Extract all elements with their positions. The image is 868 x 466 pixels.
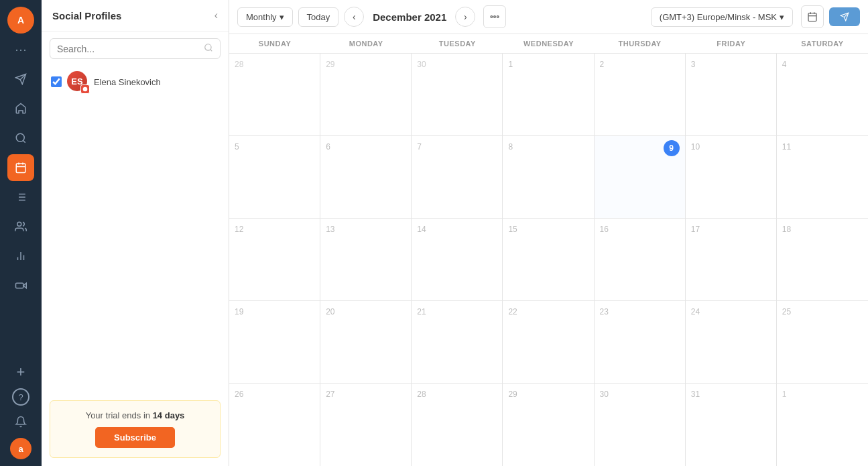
profiles-title: Social Profiles (52, 10, 121, 21)
cal-cell-dec5[interactable]: 5 (229, 136, 320, 218)
cal-cell-dec13[interactable]: 13 (320, 219, 412, 300)
sidebar: A ⋯ + ? a (0, 0, 42, 466)
cal-cell-dec4[interactable]: 4 (777, 54, 868, 135)
search-input[interactable] (57, 44, 204, 54)
svg-rect-4 (16, 164, 25, 173)
prev-month-button[interactable]: ‹ (344, 7, 364, 27)
today-badge: 9 (664, 140, 680, 156)
svg-point-25 (497, 16, 499, 18)
trial-banner: Your trial ends in 14 days Subscribe (50, 400, 221, 458)
svg-line-21 (210, 50, 212, 52)
sidebar-add[interactable]: + (7, 359, 34, 386)
sidebar-analytics[interactable] (7, 243, 34, 270)
cal-cell-dec9[interactable]: 9 (595, 136, 686, 218)
calendar-header-row: SUNDAY MONDAY TUESDAY WEDNESDAY THURSDAY… (229, 34, 868, 54)
compose-button[interactable] (829, 7, 860, 26)
day-header-tuesday: TUESDAY (412, 34, 503, 53)
calendar-week-5: 26 27 28 29 30 31 1 (229, 384, 868, 466)
calendar-toolbar: Monthly ▾ Today ‹ December 2021 › (GMT+3… (229, 0, 868, 34)
cal-cell-dec2[interactable]: 2 (595, 54, 686, 135)
profile-item[interactable]: ES Elena Sinekovich (42, 66, 229, 98)
next-month-button[interactable]: › (455, 7, 475, 27)
cal-cell-dec6[interactable]: 6 (320, 136, 412, 218)
cal-cell-dec20[interactable]: 20 (320, 301, 412, 383)
sidebar-bell[interactable] (7, 408, 34, 435)
calendar-link-button[interactable] (801, 5, 824, 28)
calendar-main: Monthly ▾ Today ‹ December 2021 › (GMT+3… (229, 0, 868, 466)
profile-checkbox[interactable] (51, 76, 62, 87)
cal-cell-dec15[interactable]: 15 (503, 219, 594, 300)
cal-cell-dec25[interactable]: 25 (777, 301, 868, 383)
svg-point-2 (16, 133, 24, 141)
cal-cell-dec12[interactable]: 12 (229, 219, 320, 300)
cal-cell-dec16[interactable]: 16 (595, 219, 686, 300)
day-header-saturday: SATURDAY (777, 34, 868, 53)
calendar-grid: SUNDAY MONDAY TUESDAY WEDNESDAY THURSDAY… (229, 34, 868, 466)
avatar-label: A (17, 15, 24, 25)
cal-cell-dec23[interactable]: 23 (595, 301, 686, 383)
sidebar-help[interactable]: ? (12, 388, 29, 406)
cal-cell-dec24[interactable]: 24 (686, 301, 777, 383)
svg-line-3 (23, 140, 25, 142)
calendar-week-2: 5 6 7 8 9 10 11 (229, 136, 868, 219)
sidebar-calendar[interactable] (7, 154, 34, 181)
svg-point-22 (83, 87, 88, 92)
cal-cell-dec26[interactable]: 26 (229, 384, 320, 466)
svg-rect-18 (16, 283, 23, 288)
sidebar-more[interactable]: ⋯ (7, 36, 34, 63)
filter-button[interactable] (483, 5, 506, 28)
profile-network-badge (80, 84, 90, 94)
view-monthly-button[interactable]: Monthly ▾ (237, 7, 293, 27)
sidebar-user-avatar[interactable]: a (10, 438, 32, 459)
cal-cell-dec3[interactable]: 3 (686, 54, 777, 135)
cal-cell-dec14[interactable]: 14 (412, 219, 503, 300)
sidebar-search[interactable] (7, 125, 34, 152)
calendar-week-3: 12 13 14 15 16 17 18 (229, 219, 868, 301)
day-header-thursday: THURSDAY (595, 34, 686, 53)
cal-cell-dec22[interactable]: 22 (503, 301, 594, 383)
cal-cell-dec11[interactable]: 11 (777, 136, 868, 218)
today-button[interactable]: Today (298, 7, 339, 27)
cal-cell-dec18[interactable]: 18 (777, 219, 868, 300)
cal-cell-jan1[interactable]: 1 (777, 384, 868, 466)
cal-cell-dec21[interactable]: 21 (412, 301, 503, 383)
cal-cell-dec28[interactable]: 28 (412, 384, 503, 466)
cal-cell-dec30[interactable]: 30 (595, 384, 686, 466)
cal-cell-dec17[interactable]: 17 (686, 219, 777, 300)
sidebar-compose[interactable] (7, 66, 34, 93)
cal-cell-nov29[interactable]: 29 (320, 54, 412, 135)
sidebar-list[interactable] (7, 184, 34, 211)
cal-cell-dec27[interactable]: 27 (320, 384, 412, 466)
collapse-button[interactable]: ‹ (214, 9, 218, 21)
tz-dropdown-icon: ▾ (780, 12, 784, 22)
cal-cell-dec19[interactable]: 19 (229, 301, 320, 383)
subscribe-button[interactable]: Subscribe (95, 427, 175, 448)
day-header-monday: MONDAY (320, 34, 412, 53)
cal-cell-nov28[interactable]: 28 (229, 54, 320, 135)
search-bar (50, 38, 221, 59)
calendar-week-4: 19 20 21 22 23 24 25 (229, 301, 868, 384)
svg-point-20 (205, 44, 211, 50)
cal-cell-dec8[interactable]: 8 (503, 136, 594, 218)
profiles-panel: Social Profiles ‹ ES Elena Sinekovich Yo… (42, 0, 229, 466)
sidebar-avatar[interactable]: A (7, 7, 34, 34)
day-header-friday: FRIDAY (686, 34, 777, 53)
cal-cell-dec31[interactable]: 31 (686, 384, 777, 466)
cal-cell-dec29[interactable]: 29 (503, 384, 594, 466)
cal-cell-dec10[interactable]: 10 (686, 136, 777, 218)
cal-cell-nov30[interactable]: 30 (412, 54, 503, 135)
sidebar-video[interactable] (7, 272, 34, 299)
svg-rect-26 (808, 13, 816, 21)
dropdown-arrow-icon: ▾ (280, 12, 284, 22)
sidebar-inbox[interactable] (7, 95, 34, 122)
cal-cell-dec1[interactable]: 1 (503, 54, 594, 135)
day-header-sunday: SUNDAY (229, 34, 320, 53)
profiles-header: Social Profiles ‹ (42, 0, 229, 32)
sidebar-team[interactable] (7, 213, 34, 240)
day-header-wednesday: WEDNESDAY (503, 34, 594, 53)
timezone-button[interactable]: (GMT+3) Europe/Minsk - MSK ▾ (651, 7, 793, 27)
current-month-label: December 2021 (369, 11, 450, 23)
calendar-body: 28 29 30 1 2 3 4 5 6 7 8 9 10 11 12 13 (229, 54, 868, 466)
svg-point-14 (17, 222, 21, 226)
cal-cell-dec7[interactable]: 7 (412, 136, 503, 218)
